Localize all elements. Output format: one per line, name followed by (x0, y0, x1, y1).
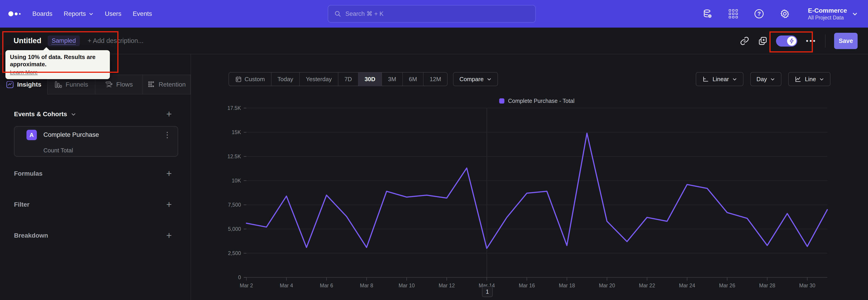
flows-icon (105, 81, 113, 89)
compare-button[interactable]: Compare (453, 72, 498, 86)
range-yesterday-label: Yesterday (306, 76, 332, 83)
x-tick-label: Mar 28 (759, 282, 775, 289)
event-metric[interactable]: Count Total (43, 147, 73, 154)
event-options-kebab-icon[interactable]: ⋮ (163, 130, 171, 139)
top-nav: Boards Reports Users Events Search ⌘ + K (0, 0, 868, 28)
events-cohorts-header: Events & Cohorts + (14, 109, 172, 119)
mixpanel-logo-icon[interactable] (8, 11, 21, 16)
funnels-icon (54, 81, 62, 89)
search-input[interactable]: Search ⌘ + K (328, 5, 536, 23)
filter-label: Filter (14, 201, 29, 208)
event-series-badge: A (26, 130, 37, 140)
x-tick-label: Mar 26 (719, 282, 735, 289)
y-tick-label: 12.5K (227, 153, 241, 159)
settings-gear-icon[interactable] (780, 9, 790, 19)
chevron-down-icon (89, 11, 94, 16)
chevron-down-icon (819, 77, 824, 82)
date-range-control: Custom Today Yesterday 7D 30D 3M 6M 12M (228, 72, 447, 86)
tab-insights-label: Insights (17, 81, 41, 88)
interval-dropdown[interactable]: Day (750, 72, 781, 86)
help-icon[interactable]: ? (754, 9, 764, 19)
pagination-page-button[interactable]: 1 (482, 286, 493, 297)
x-tick-label: Mar 4 (280, 282, 293, 289)
x-tick-label: Mar 18 (559, 282, 575, 289)
nav-item-events-label: Events (133, 10, 152, 18)
nav-item-users-label: Users (105, 10, 121, 18)
x-tick-label: Mar 30 (799, 282, 815, 289)
search-icon (334, 10, 341, 18)
y-tick-label: 2,500 (228, 250, 241, 256)
insights-icon (6, 81, 14, 89)
nav-links: Boards Reports Users Events (32, 10, 152, 18)
scale-dropdown[interactable]: Linear (696, 72, 743, 86)
range-30d-label: 30D (365, 76, 375, 83)
query-sidebar: Insights Funnels Flows Retention Events … (0, 54, 191, 300)
nav-item-users[interactable]: Users (105, 10, 121, 18)
range-6m[interactable]: 6M (403, 72, 424, 86)
nav-item-events[interactable]: Events (133, 10, 152, 18)
breakdown-label: Breakdown (14, 232, 48, 239)
y-tick-label: 15K (232, 129, 241, 135)
learn-more-link[interactable]: Learn More (10, 69, 38, 76)
range-custom-label: Custom (245, 76, 265, 83)
range-custom[interactable]: Custom (229, 72, 272, 86)
sampled-badge[interactable]: Sampled (48, 35, 80, 46)
range-today-label: Today (278, 76, 293, 83)
data-management-icon[interactable] (703, 9, 712, 19)
chart-options-toolbar: Linear Day Line (696, 72, 831, 86)
add-description-button[interactable]: + Add description... (88, 37, 143, 44)
report-header-actions: ••• Save (740, 28, 858, 54)
x-tick-label: Mar 2 (240, 282, 253, 289)
range-yesterday[interactable]: Yesterday (300, 72, 338, 86)
event-name[interactable]: Complete Purchase (43, 131, 99, 138)
scale-label: Linear (712, 76, 729, 83)
range-7d[interactable]: 7D (338, 72, 359, 86)
range-6m-label: 6M (409, 76, 417, 83)
chevron-down-icon[interactable] (71, 112, 76, 117)
sampling-toggle-knob (787, 36, 796, 46)
save-button[interactable]: Save (834, 33, 858, 49)
range-12m[interactable]: 12M (424, 72, 447, 86)
event-card[interactable]: A Complete Purchase ⋮ Count Total (14, 126, 178, 157)
range-12m-label: 12M (430, 76, 441, 83)
chevron-down-icon (487, 77, 492, 82)
events-cohorts-label[interactable]: Events & Cohorts (14, 111, 67, 118)
add-breakdown-button[interactable]: + (166, 231, 172, 240)
add-formula-button[interactable]: + (166, 169, 172, 178)
header-divider (825, 34, 826, 48)
chart-type-dropdown[interactable]: Line (788, 72, 831, 86)
report-title[interactable]: Untitled (13, 36, 41, 45)
project-scope: All Project Data (808, 14, 847, 21)
linear-scale-icon (702, 76, 709, 83)
y-tick-label: 10K (232, 178, 241, 184)
filter-section: Filter + (14, 200, 172, 210)
breakdown-section: Breakdown + (14, 231, 172, 241)
add-event-button[interactable]: + (166, 110, 172, 119)
y-tick-label: 5,000 (228, 226, 241, 232)
project-selector[interactable]: E-Commerce All Project Data (808, 7, 858, 21)
add-to-board-icon[interactable] (758, 36, 767, 46)
y-tick-label: 0 (238, 274, 241, 280)
range-30d[interactable]: 30D (359, 72, 382, 86)
x-tick-label: Mar 16 (519, 282, 535, 289)
range-7d-label: 7D (344, 76, 352, 83)
x-tick-label: Mar 22 (639, 282, 655, 289)
calendar-icon (235, 76, 242, 83)
more-options-button[interactable]: ••• (806, 37, 816, 45)
nav-item-boards[interactable]: Boards (32, 10, 53, 18)
tab-retention-label: Retention (159, 81, 186, 88)
sampling-toggle[interactable] (776, 35, 797, 47)
formulas-section: Formulas + (14, 169, 172, 179)
range-3m[interactable]: 3M (382, 72, 403, 86)
tab-retention[interactable]: Retention (143, 74, 191, 94)
tab-flows-label: Flows (116, 81, 133, 88)
x-tick-label: Mar 12 (438, 282, 455, 289)
x-tick-label: Mar 20 (599, 282, 615, 289)
line-chart-area[interactable]: 02,5005,0007,50010K12.5K15K17.5KMar 2Mar… (191, 99, 868, 294)
nav-item-reports[interactable]: Reports (64, 10, 94, 18)
y-tick-label: 17.5K (227, 105, 241, 111)
apps-grid-icon[interactable] (728, 9, 738, 19)
range-today[interactable]: Today (272, 72, 300, 86)
add-filter-button[interactable]: + (166, 200, 172, 209)
copy-link-icon[interactable] (740, 36, 749, 46)
